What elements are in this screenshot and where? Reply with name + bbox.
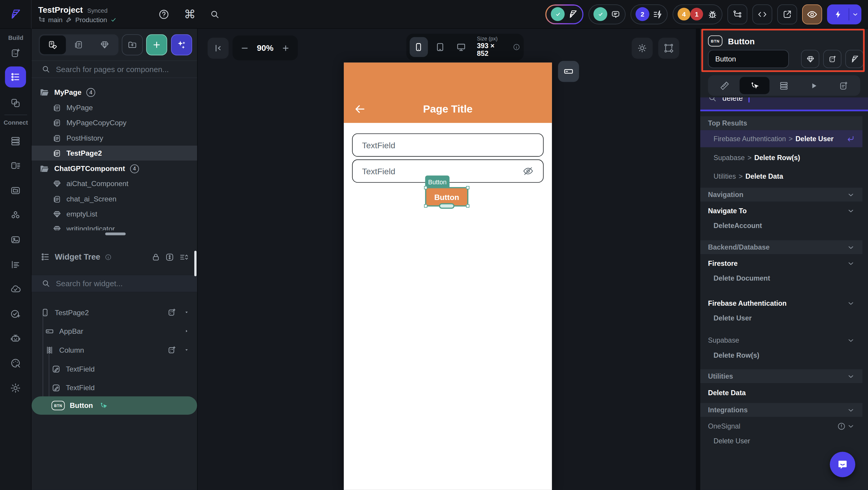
tab-pages[interactable] <box>66 35 91 54</box>
page-row-chataiscreen[interactable]: chat_ai_Screen <box>32 192 197 207</box>
tab-components[interactable] <box>92 35 117 54</box>
rail-cloud-functions-icon[interactable] <box>10 283 21 295</box>
ai-generate-button[interactable] <box>171 34 192 55</box>
size-value[interactable]: 393 × 852 <box>477 42 505 58</box>
group-onesignal[interactable]: OneSignal <box>700 419 862 434</box>
run-deploy-button[interactable] <box>827 4 861 24</box>
project-name[interactable]: TestProject <box>38 5 83 14</box>
group-firebase-authentication[interactable]: Firebase Authentication <box>700 296 862 311</box>
theme-mode-button[interactable] <box>632 37 653 59</box>
page-row-mypagecopycopy[interactable]: MyPageCopyCopy <box>32 115 197 130</box>
add-page-button[interactable] <box>146 34 167 55</box>
component-row-writingindicator[interactable]: writingIndicator <box>32 221 197 231</box>
section-header-integrations[interactable]: Integrations <box>700 403 862 417</box>
action-search-input[interactable]: delete <box>700 97 868 111</box>
expand-row-caret-icon[interactable] <box>184 329 189 334</box>
rail-localization-icon[interactable] <box>10 259 21 270</box>
panel-divider[interactable] <box>696 29 700 490</box>
comments-button[interactable] <box>588 4 625 24</box>
page-row-mypage[interactable]: MyPage <box>32 100 197 115</box>
app-logo[interactable] <box>0 0 32 29</box>
folder-row-chatgptcomponent[interactable]: ChatGPTComponent 4 <box>32 161 197 176</box>
publish-status-button[interactable] <box>545 4 583 24</box>
rail-ai-agent-icon[interactable] <box>10 333 21 344</box>
global-search-icon[interactable] <box>210 8 220 20</box>
pages-horizontal-scrollbar[interactable] <box>105 233 126 235</box>
issues-button[interactable]: 4 1 <box>673 4 722 24</box>
rail-theme-icon[interactable] <box>10 358 21 369</box>
result-row-firebase-delete-user[interactable]: Firebase Authentication > Delete User <box>700 130 862 147</box>
tab-backend[interactable] <box>769 77 799 94</box>
tab-documentation[interactable] <box>829 77 859 94</box>
rail-api-icon[interactable] <box>10 160 21 171</box>
tree-row-textfield-1[interactable]: TextField <box>32 360 197 377</box>
command-icon[interactable]: ⌘ <box>184 8 195 20</box>
folder-row-mypage[interactable]: MyPage 4 <box>32 85 197 100</box>
resize-handle-nw[interactable] <box>424 186 427 189</box>
add-folder-button[interactable] <box>122 34 143 55</box>
page-row-posthistory[interactable]: PostHistory <box>32 130 197 146</box>
branch-name[interactable]: main <box>48 16 63 23</box>
run-options-chevron-icon[interactable] <box>849 4 861 24</box>
preview-app-bar[interactable]: Page Title <box>344 63 552 123</box>
action-delete-account[interactable]: DeleteAccount <box>714 222 762 230</box>
resize-handle-sw[interactable] <box>424 204 427 208</box>
preview-button[interactable] <box>802 4 822 24</box>
canvas-settings-button[interactable] <box>658 37 679 59</box>
rail-media-icon[interactable] <box>10 234 21 245</box>
row-menu-caret-icon[interactable] <box>184 310 189 315</box>
tab-actions[interactable] <box>740 77 769 94</box>
run-icon[interactable] <box>827 4 848 24</box>
resize-handle-se[interactable] <box>466 204 469 208</box>
rail-integrations-icon[interactable] <box>10 210 21 221</box>
lock-icon[interactable] <box>151 252 161 262</box>
password-visibility-icon[interactable] <box>523 165 533 176</box>
share-button[interactable] <box>777 4 797 24</box>
result-row-utilities-delete-data[interactable]: Utilities > Delete Data <box>700 168 862 185</box>
resize-handle-ne[interactable] <box>466 186 469 189</box>
tree-row-column[interactable]: Column <box>32 342 197 358</box>
tree-row-appbar[interactable]: AppBar <box>32 323 197 339</box>
action-onesignal-delete-user[interactable]: Delete User <box>714 437 750 445</box>
component-row-emptylist[interactable]: emptyList <box>32 207 197 221</box>
expand-collapse-icon[interactable] <box>165 252 175 262</box>
action-supabase-delete-rows[interactable]: Delete Row(s) <box>714 351 759 359</box>
zoom-out-icon[interactable] <box>240 43 249 52</box>
phone-preview[interactable]: Page Title TextField TextField Button Bu… <box>344 63 552 490</box>
optimizations-button[interactable]: 2 <box>630 4 668 24</box>
widget-search-input[interactable]: Search for widget... <box>32 275 197 293</box>
group-supabase[interactable]: Supabase <box>700 333 862 348</box>
zoom-in-icon[interactable] <box>281 43 290 52</box>
environment-name[interactable]: Production <box>75 16 107 23</box>
tab-pages-and-components[interactable] <box>40 35 66 54</box>
action-utilities-delete-data[interactable]: Delete Data <box>700 386 862 401</box>
rail-tests-icon[interactable] <box>10 308 21 319</box>
result-row-supabase-delete-rows[interactable]: Supabase > Delete Row(s) <box>700 149 862 166</box>
tree-row-textfield-2[interactable]: TextField <box>32 379 197 396</box>
add-widget-icon[interactable] <box>167 307 177 317</box>
tab-animations[interactable] <box>799 77 829 94</box>
help-icon[interactable] <box>159 8 169 20</box>
panel-vertical-scrollbar[interactable] <box>194 251 196 276</box>
action-firebase-delete-user[interactable]: Delete User <box>714 314 752 322</box>
rail-components-icon[interactable] <box>10 97 21 109</box>
section-header-utilities[interactable]: Utilities <box>700 369 862 383</box>
group-firestore[interactable]: Firestore <box>700 256 862 271</box>
device-phone-button[interactable] <box>410 37 428 57</box>
rail-settings-icon[interactable] <box>10 382 21 393</box>
canvas[interactable]: 90% Size (px) 393 × 852 Page Title TextF… <box>198 29 696 490</box>
group-navigate-to[interactable]: Navigate To <box>700 203 862 219</box>
add-widget-icon[interactable] <box>167 345 177 355</box>
tree-row-button-selected[interactable]: BTN Button <box>32 396 197 415</box>
support-chat-fab[interactable] <box>830 452 855 477</box>
action-delete-document[interactable]: Delete Document <box>714 275 770 282</box>
rail-widget-tree-icon[interactable] <box>5 66 26 87</box>
rail-page-add-icon[interactable] <box>10 48 21 59</box>
device-desktop-button[interactable] <box>452 37 470 57</box>
page-row-testpage2-selected[interactable]: TestPage2 <box>32 146 197 161</box>
tree-row-testpage2[interactable]: TestPage2 <box>32 304 197 320</box>
row-menu-caret-icon[interactable] <box>184 347 189 353</box>
device-tablet-button[interactable] <box>431 37 449 57</box>
section-header-navigation[interactable]: Navigation <box>700 188 862 202</box>
tree-options-icon[interactable] <box>179 252 188 262</box>
